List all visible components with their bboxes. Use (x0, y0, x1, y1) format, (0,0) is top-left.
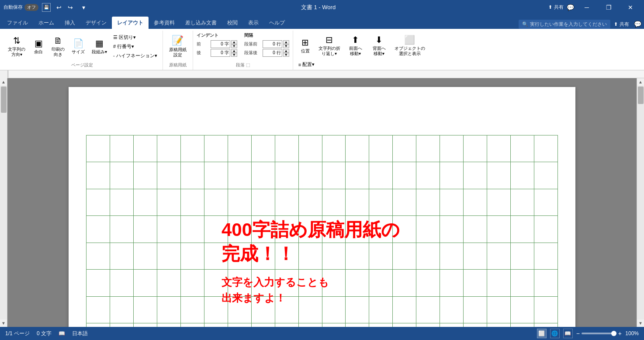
web-layout-btn[interactable]: 🌐 (550, 329, 560, 338)
hyphenation-label: ハイフネーション▾ (116, 52, 157, 59)
spacing-after-input[interactable] (263, 49, 282, 57)
scroll-down-right[interactable]: ▼ (637, 319, 644, 327)
grid-cell (299, 323, 322, 327)
tab-insert[interactable]: 挿入 (59, 17, 80, 29)
tab-layout[interactable]: レイアウト (112, 17, 149, 29)
indent-before-up[interactable]: ▲ (231, 40, 237, 44)
redo-button[interactable]: ↪ (66, 3, 75, 12)
scroll-up-btn[interactable]: ▲ (0, 78, 7, 86)
share-button-nav[interactable]: ⬆ 共有 (614, 21, 629, 28)
genko-label: 原稿用紙 (166, 61, 189, 70)
restore-button[interactable]: ❐ (599, 0, 619, 14)
minimize-button[interactable]: ─ (577, 0, 597, 14)
tab-view[interactable]: 表示 (243, 17, 264, 29)
scroll-thumb-right[interactable] (638, 87, 644, 104)
selection-pane-button[interactable]: ⬜ オブジェクトの選択と表示 (392, 32, 428, 59)
indent-area: インデント 前 ▲ ▼ 後 ▲ ▼ (197, 32, 237, 57)
grid-cell (157, 297, 180, 323)
proofing-icon[interactable]: 📖 (59, 330, 65, 337)
tab-review[interactable]: 校閲 (222, 17, 243, 29)
save-icon[interactable]: 💾 (42, 3, 51, 12)
group-genko: 📝 原稿用紙設定 原稿用紙 (163, 31, 193, 70)
spacing-after-up[interactable]: ▲ (283, 49, 289, 53)
breaks-button[interactable]: ☰ 区切り▾ (111, 33, 159, 42)
grid-cell (511, 135, 534, 162)
indent-after-input[interactable] (211, 49, 230, 57)
position-button[interactable]: ⊞ 位置 (297, 32, 314, 59)
tab-home[interactable]: ホーム (33, 17, 59, 29)
indent-before-input[interactable] (211, 40, 230, 48)
spacing-before-input[interactable] (263, 40, 282, 48)
scroll-up-right[interactable]: ▲ (637, 78, 644, 86)
grid-cell (511, 270, 534, 296)
indent-after-up[interactable]: ▲ (231, 49, 237, 53)
tab-references[interactable]: 参考資料 (149, 17, 180, 29)
page-info: 1/1 ページ (5, 330, 30, 337)
zoom-slider[interactable] (582, 333, 616, 334)
indent-after-down[interactable]: ▼ (231, 53, 237, 57)
grid-cell (440, 216, 463, 243)
bring-forward-button[interactable]: ⬆ 前面へ移動▾ (345, 32, 367, 59)
spacing-before-up[interactable]: ▲ (283, 40, 289, 44)
quick-access-dropdown[interactable]: ▾ (79, 3, 88, 12)
grid-cell (464, 135, 487, 162)
close-button[interactable]: ✕ (620, 0, 641, 14)
grid-cell (487, 216, 510, 243)
tab-help[interactable]: ヘルプ (264, 17, 290, 29)
zoom-thumb[interactable] (611, 331, 616, 336)
ruler-svg (8, 70, 644, 78)
zoom-in-btn[interactable]: + (618, 330, 622, 337)
grid-cell (464, 270, 487, 296)
tab-mailings[interactable]: 差し込み文書 (180, 17, 222, 29)
scroll-down-btn[interactable]: ▼ (0, 319, 7, 327)
indent-before-down[interactable]: ▼ (231, 44, 237, 48)
hyphenation-button[interactable]: - ハイフネーション▾ (111, 52, 159, 60)
share-button[interactable]: ⬆ 共有 (548, 4, 564, 10)
comment-button[interactable]: 💬 (565, 3, 575, 12)
orientation-button[interactable]: 🗎 印刷の向き (49, 33, 67, 59)
vscroll-thumb[interactable] (1, 87, 7, 113)
line-numbers-button[interactable]: # 行番号▾ (111, 42, 159, 51)
grid-cell (204, 162, 228, 189)
margins-button[interactable]: ▣ 余白 (30, 33, 47, 59)
document-canvas[interactable]: 400字詰め原稿用紙の 完成！！ 文字を入力することも 出来ますよ！ (7, 78, 637, 327)
group-page-setup-content: ⇅ 文字列の方向▾ ▣ 余白 🗎 印刷の向き 📄 サイズ ▦ 段組み▾ ☰ (5, 31, 159, 61)
tab-file[interactable]: ファイル (2, 17, 33, 29)
spacing-after-label: 段落後 (244, 50, 262, 56)
scroll-track-right (637, 86, 644, 319)
size-button[interactable]: 📄 サイズ (69, 33, 87, 59)
spacing-before-row: 段落前 ▲ ▼ (244, 40, 289, 48)
grid-cell (440, 270, 463, 296)
grid-cell (534, 323, 557, 327)
send-backward-button[interactable]: ⬇ 背面へ移動▾ (368, 32, 390, 59)
autosave-toggle[interactable]: オフ (24, 4, 38, 11)
tab-design[interactable]: デザイン (80, 17, 112, 29)
send-backward-label: 背面へ移動▾ (373, 46, 386, 56)
spacing-after-down[interactable]: ▼ (283, 53, 289, 57)
spacing-before-down[interactable]: ▼ (283, 44, 289, 48)
grid-cell (393, 135, 416, 162)
search-box[interactable]: 🔍 実行したい作業を入力してください (519, 20, 610, 29)
spacing-before-label: 段落前 (244, 41, 262, 47)
print-layout-btn[interactable]: ⬜ (537, 329, 547, 338)
comment-nav-button[interactable]: 💬 (633, 19, 642, 29)
margins-icon: ▣ (35, 38, 43, 49)
grid-cell (157, 270, 180, 296)
paragraph-expand-icon[interactable]: ⬚ (246, 62, 250, 67)
text-direction-button[interactable]: ⇅ 文字列の方向▾ (5, 33, 28, 59)
genko-settings-button[interactable]: 📝 原稿用紙設定 (166, 33, 189, 59)
spacing-after-spinners: ▲ ▼ (283, 49, 289, 57)
share-label: 共有 (554, 4, 564, 10)
columns-button[interactable]: ▦ 段組み▾ (89, 33, 110, 59)
grid-cell (534, 135, 557, 162)
zoom-out-btn[interactable]: − (576, 330, 580, 337)
genko-label: 原稿用紙設定 (169, 47, 187, 58)
grid-cell (440, 243, 463, 270)
undo-button[interactable]: ↩ (54, 3, 64, 12)
read-layout-btn[interactable]: 📖 (563, 329, 573, 338)
align-button[interactable]: ≡ 配置▾ (297, 60, 332, 69)
text-wrap-button[interactable]: ⊟ 文字列の折り返し▾ (316, 32, 343, 59)
grid-cell (511, 189, 534, 216)
grid-cell (204, 323, 228, 327)
zoom-area: − + 100% (576, 330, 639, 337)
